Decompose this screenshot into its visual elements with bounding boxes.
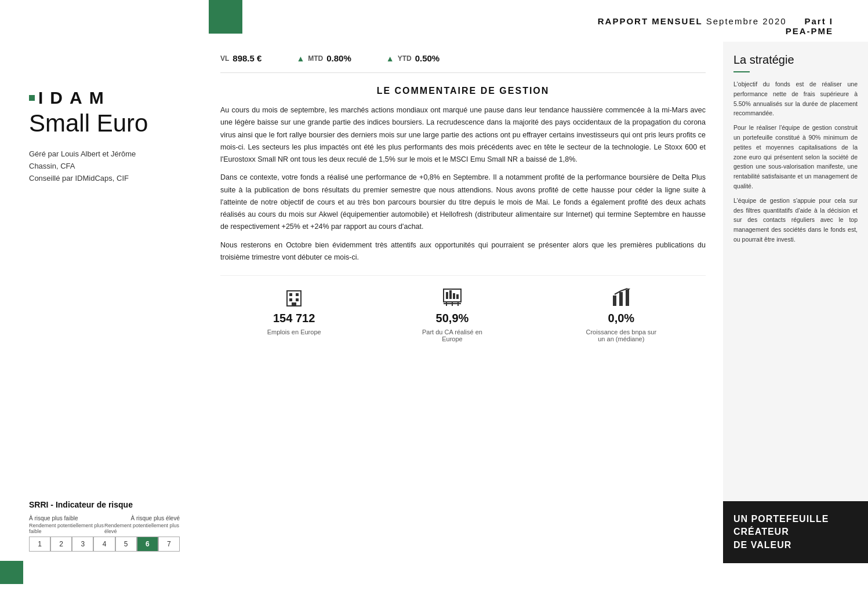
svg-rect-14 <box>456 294 459 299</box>
stat-emplois: 154 712 Emplois en Europe <box>267 287 321 335</box>
svg-rect-16 <box>619 292 623 306</box>
strategy-p2: Pour le réaliser l'équipe de gestion con… <box>733 123 858 191</box>
manager-line2: Chassin, CFA <box>29 160 180 173</box>
svg-rect-17 <box>626 290 629 306</box>
right-column: La stratégie L'objectif du fonds est de … <box>723 42 868 563</box>
report-part: Part I <box>804 16 833 26</box>
fund-name: Small Euro <box>29 110 180 137</box>
banner-line3: DE VALEUR <box>733 539 858 552</box>
vl-label: VL <box>220 54 229 63</box>
risk-cell-3: 3 <box>72 537 93 552</box>
risk-cell-1: 1 <box>29 537 50 552</box>
stat-ca-label: Part du CA réalisé en Europe <box>415 329 490 342</box>
mid-column: VL 898.5 € ▲ MTD 0.80% ▲ YTD 0.50% LE CO… <box>197 42 723 563</box>
stat-ca-value: 50,9% <box>436 312 469 325</box>
risk-labels: À risque plus faible À risque plus élevé <box>29 515 180 521</box>
report-type: RAPPORT MENSUEL <box>598 16 703 26</box>
risk-cell-2: 2 <box>50 537 72 552</box>
fund-brand: IDAM <box>29 88 180 108</box>
strategy-title: La stratégie <box>733 53 858 67</box>
risk-sublabels: Rendement potentiellement plus faible Re… <box>29 523 180 534</box>
svg-rect-5 <box>292 302 296 306</box>
svg-rect-4 <box>296 298 299 301</box>
green-square-decoration <box>209 0 242 34</box>
banner-line2: CRÉATEUR <box>733 526 858 538</box>
commentary-title: LE COMMENTAIRE DE GESTION <box>220 86 706 96</box>
stat-ca: 50,9% Part du CA réalisé en Europe <box>415 287 490 342</box>
ytd-arrow: ▲ <box>386 54 394 63</box>
ytd-label: YTD <box>398 54 412 63</box>
ytd-value: 0.50% <box>415 53 440 63</box>
fund-type: PEA-PME <box>598 26 833 36</box>
mtd-arrow: ▲ <box>296 54 304 63</box>
commentary-p3: Nous resterons en Octobre bien évidemmen… <box>220 239 706 264</box>
mtd-label: MTD <box>308 54 323 63</box>
strategy-section: La stratégie L'objectif du fonds est de … <box>723 42 868 501</box>
strategy-p3: L'équipe de gestion s'appuie pour cela s… <box>733 196 858 245</box>
svg-rect-11 <box>446 292 448 299</box>
header-title: RAPPORT MENSUEL Septembre 2020 Part I <box>598 16 833 26</box>
main-layout: IDAM Small Euro Géré par Louis Albert et… <box>0 42 868 563</box>
stat-croissance-value: 0,0% <box>608 312 635 325</box>
risk-cell-4: 4 <box>93 537 115 552</box>
portfolio-banner: UN PORTEFEUILLE CRÉATEUR DE VALEUR <box>723 501 868 563</box>
ytd-metric: ▲ YTD 0.50% <box>386 53 440 63</box>
brand-dot <box>29 95 35 101</box>
fund-manager: Géré par Louis Albert et Jérôme Chassin,… <box>29 148 180 184</box>
header-text: RAPPORT MENSUEL Septembre 2020 Part I PE… <box>598 16 833 36</box>
bottom-left-green-square <box>0 561 23 584</box>
risk-cells: 1 2 3 4 5 6 7 <box>29 537 180 552</box>
risk-cell-6: 6 <box>137 537 158 552</box>
stat-emplois-value: 154 712 <box>273 312 315 325</box>
commentary-p2: Dans ce contexte, votre fonds a réalisé … <box>220 172 706 233</box>
commentary-text: Au cours du mois de septembre, les march… <box>220 104 706 264</box>
manager-line1: Géré par Louis Albert et Jérôme <box>29 148 180 160</box>
strategy-underline <box>733 71 750 72</box>
mtd-metric: ▲ MTD 0.80% <box>296 53 351 63</box>
page: RAPPORT MENSUEL Septembre 2020 Part I PE… <box>0 0 868 613</box>
risk-return-low: Rendement potentiellement plus faible <box>29 523 104 534</box>
mtd-value: 0.80% <box>326 53 351 63</box>
risk-title: SRRI - Indicateur de risque <box>29 500 180 509</box>
svg-rect-13 <box>453 293 455 299</box>
svg-rect-12 <box>449 290 452 299</box>
risk-label-low: À risque plus faible <box>29 515 78 521</box>
svg-rect-1 <box>289 293 292 296</box>
strategy-p1: L'objectif du fonds est de réaliser une … <box>733 79 858 118</box>
stat-emplois-label: Emplois en Europe <box>267 329 321 335</box>
building-icon <box>284 287 304 308</box>
stat-croissance: 0,0% Croissance des bnpa sur un an (médi… <box>583 287 659 342</box>
risk-cell-7: 7 <box>158 537 180 552</box>
risk-section: SRRI - Indicateur de risque À risque plu… <box>29 483 180 563</box>
manager-line3: Conseillé par IDMidCaps, CIF <box>29 173 180 185</box>
bottom-stats: 154 712 Emplois en Europe <box>220 275 706 348</box>
bar-chart-icon <box>611 287 631 308</box>
banner-line1: UN PORTEFEUILLE <box>733 513 858 526</box>
chart-icon <box>442 287 463 308</box>
strategy-text: L'objectif du fonds est de réaliser une … <box>733 79 858 245</box>
risk-label-high: À risque plus élevé <box>131 515 180 521</box>
svg-rect-15 <box>613 295 616 306</box>
header: RAPPORT MENSUEL Septembre 2020 Part I PE… <box>0 0 868 42</box>
svg-rect-3 <box>289 298 292 301</box>
risk-return-high: Rendement potentiellement plus élevé <box>104 523 180 534</box>
left-column: IDAM Small Euro Géré par Louis Albert et… <box>0 42 197 563</box>
brand-name: IDAM <box>38 88 111 108</box>
risk-cell-5: 5 <box>115 537 137 552</box>
stat-croissance-label: Croissance des bnpa sur un an (médiane) <box>583 329 659 342</box>
vl-value: 898.5 € <box>233 53 262 63</box>
commentary-p1: Au cours du mois de septembre, les march… <box>220 104 706 166</box>
vl-metric: VL 898.5 € <box>220 53 262 63</box>
svg-rect-2 <box>296 293 299 296</box>
metrics-row: VL 898.5 € ▲ MTD 0.80% ▲ YTD 0.50% <box>220 42 706 73</box>
